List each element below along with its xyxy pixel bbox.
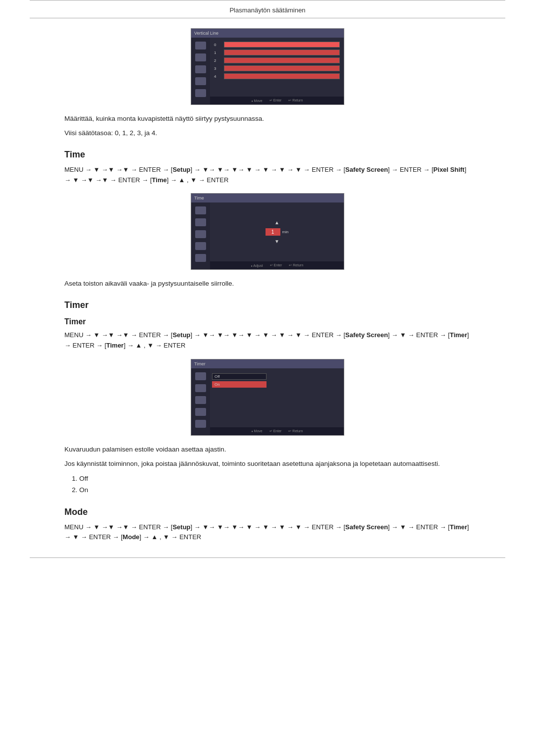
timer-option-text-off: Off — [214, 374, 220, 379]
time-arrow-down: ▼ — [274, 239, 279, 244]
time-nav: MENU → ▼ →▼ →▼ → ENTER → [Setup] → ▼→ ▼→… — [64, 165, 471, 186]
mockup-bar-0 — [224, 42, 340, 48]
timer-nav: MENU → ▼ →▼ →▼ → ENTER → [Setup] → ▼→ ▼→… — [64, 330, 471, 351]
timer-list-item-2: On — [79, 485, 471, 496]
mockup-bar-fill-3 — [224, 66, 339, 71]
mockup-title-bar-vl: Vertical Line — [191, 29, 344, 38]
timer-option-on: On — [212, 381, 344, 388]
mockup-t-icon-1 — [195, 206, 206, 214]
mockup-label-0: 0 — [214, 43, 221, 47]
mockup-tm-bottom-return: ↩ Return — [288, 429, 303, 433]
mockup-tm-icon-4 — [195, 408, 206, 416]
mockup-icon-1 — [195, 42, 206, 50]
mockup-sidebar-timer — [191, 368, 210, 435]
page-title-bar: Plasmanäytön säätäminen — [0, 0, 535, 18]
mockup-tm-bottom-move: ⬧ Move — [251, 429, 263, 433]
timer-list-label-2: On — [79, 486, 88, 494]
mockup-bottom-vl: ⬧ Move ↵ Enter ↩ Return — [210, 97, 344, 104]
mockup-row-2: 2 — [214, 57, 340, 63]
mockup-row-1: 1 — [214, 50, 340, 55]
timer-subheading: Timer — [64, 317, 471, 326]
mockup-row-3: 3 — [214, 65, 340, 71]
mockup-icon-3 — [195, 65, 206, 73]
timer-desc2: Jos käynnistät toiminnon, joka poistaa j… — [64, 459, 471, 469]
mockup-icon-4 — [195, 77, 206, 85]
timer-options: Off On — [210, 368, 344, 388]
mockup-body-timer: Off On ⬧ Move — [191, 368, 344, 435]
timer-option-box-on: On — [212, 381, 267, 388]
mockup-t-bottom-enter: ↵ Enter — [270, 263, 282, 267]
mockup-bottom-enter: ↵ Enter — [269, 99, 282, 102]
timer-option-off: Off — [212, 373, 344, 380]
mockup-t-icon-2 — [195, 218, 206, 226]
mockup-body-time: ▲ 1 min ▼ ⬧ Adjust ↵ Enter ↩ Return — [191, 202, 344, 269]
mockup-bottom-timer: ⬧ Move ↵ Enter ↩ Return — [210, 427, 344, 435]
mockup-row-4: 4 — [214, 73, 340, 79]
timer-mockup-container: Timer — [64, 359, 471, 436]
time-value-box: 1 min — [266, 228, 289, 236]
mockup-bar-2 — [224, 57, 340, 63]
timer-mockup: Timer — [191, 359, 344, 436]
mockup-bar-4 — [224, 73, 340, 79]
mockup-t-bottom-adjust: ⬧ Adjust — [251, 264, 263, 267]
mode-nav: MENU → ▼ →▼ →▼ → ENTER → [Setup] → ▼→ ▼→… — [64, 522, 471, 543]
time-mockup-container: Time ▲ 1 m — [64, 193, 471, 270]
mockup-title-text-vl: Vertical Line — [194, 31, 218, 36]
timer-option-text-on: On — [214, 382, 220, 387]
mockup-title-bar-time: Time — [191, 194, 344, 202]
mockup-tm-bottom-enter: ↵ Enter — [269, 429, 282, 433]
mockup-bar-fill-4 — [224, 74, 339, 79]
mockup-bar-1 — [224, 50, 340, 55]
vl-desc1: Määrittää, kuinka monta kuvapistettä näy… — [64, 114, 471, 124]
mockup-icon-5 — [195, 89, 206, 97]
vertical-line-mockup: Vertical Line 0 — [191, 28, 344, 105]
vertical-line-mockup-container: Vertical Line 0 — [64, 28, 471, 105]
mockup-tm-icon-3 — [195, 396, 206, 404]
time-mockup: Time ▲ 1 m — [191, 193, 344, 270]
mockup-label-3: 3 — [214, 66, 221, 71]
mockup-sidebar-time — [191, 202, 210, 269]
mockup-label-2: 2 — [214, 58, 221, 63]
bottom-rule — [30, 557, 505, 558]
mockup-label-4: 4 — [214, 74, 221, 79]
timer-option-box-off: Off — [212, 373, 267, 380]
mockup-body-vl: 0 1 — [191, 38, 344, 104]
mockup-title-text-time: Time — [194, 196, 204, 201]
vl-desc2: Viisi säätötasoa: 0, 1, 2, 3, ja 4. — [64, 128, 471, 139]
mockup-icon-2 — [195, 53, 206, 61]
mockup-bottom-return: ↩ Return — [288, 99, 303, 102]
time-heading: Time — [64, 150, 471, 160]
mockup-t-bottom-return: ↩ Return — [289, 263, 303, 267]
timer-section-heading: Timer — [64, 300, 471, 310]
mockup-title-bar-timer: Timer — [191, 359, 344, 368]
time-value: 1 — [266, 228, 280, 236]
mockup-bar-fill-0 — [224, 42, 339, 47]
time-arrow-up: ▲ — [274, 220, 279, 225]
time-mockup-right: ▲ 1 min ▼ ⬧ Adjust ↵ Enter ↩ Return — [210, 202, 344, 269]
mockup-bottom-move: ⬧ Move — [251, 99, 263, 102]
timer-desc1: Kuvaruudun palamisen estolle voidaan ase… — [64, 445, 471, 455]
content-area: Vertical Line 0 — [64, 28, 471, 543]
mockup-label-1: 1 — [214, 50, 221, 55]
mockup-row-0: 0 — [214, 42, 340, 48]
time-desc: Aseta toiston aikaväli vaaka- ja pystysu… — [64, 279, 471, 289]
timer-list-label-1: Off — [79, 475, 88, 482]
mockup-t-icon-4 — [195, 242, 206, 250]
time-mockup-center: ▲ 1 min ▼ — [210, 202, 344, 261]
mode-heading: Mode — [64, 507, 471, 517]
timer-mockup-right: Off On ⬧ Move — [210, 368, 344, 435]
time-unit: min — [282, 230, 289, 234]
mockup-sidebar-vl — [191, 38, 210, 104]
mockup-bottom-time: ⬧ Adjust ↵ Enter ↩ Return — [210, 261, 344, 269]
page-title: Plasmanäytön säätäminen — [229, 6, 305, 14]
timer-list: Off On — [79, 473, 471, 496]
mockup-bar-fill-1 — [224, 50, 339, 55]
mockup-t-icon-3 — [195, 230, 206, 238]
title-rule — [30, 18, 505, 18]
mockup-main-vl: 0 1 — [210, 38, 344, 97]
timer-spacer — [210, 388, 344, 427]
mockup-title-text-timer: Timer — [194, 361, 206, 366]
mockup-tm-icon-2 — [195, 384, 206, 392]
mockup-tm-icon-1 — [195, 372, 206, 380]
mockup-bar-3 — [224, 65, 340, 71]
